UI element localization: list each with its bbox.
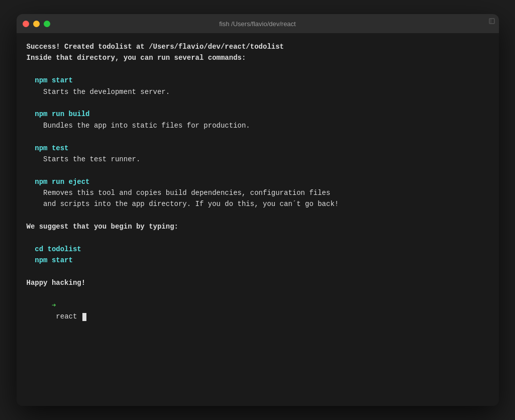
line-npm-eject-desc2: and scripts into the app directory. If y…	[27, 198, 489, 209]
line-blank6	[27, 233, 489, 244]
line-npm-build-cmd: npm run build	[27, 109, 489, 120]
line-npm-test-desc: Starts the test runner.	[27, 154, 489, 165]
line-blank4	[27, 165, 489, 176]
minimize-button[interactable]	[33, 21, 40, 27]
line-suggest: We suggest that you begin by typing:	[27, 221, 489, 232]
titlebar: fish /Users/flavio/dev/react	[17, 14, 499, 33]
line-blank3	[27, 131, 489, 142]
prompt-directory: react	[52, 312, 81, 321]
cursor	[82, 313, 86, 321]
line-npm-start-desc: Starts the development server.	[27, 86, 489, 97]
line-npm-eject-cmd: npm run eject	[27, 176, 489, 187]
line-blank1	[27, 64, 489, 75]
resize-icon	[489, 18, 495, 24]
traffic-lights	[23, 21, 50, 27]
line-start-cmd: npm start	[27, 255, 489, 266]
line-blank2	[27, 97, 489, 109]
window-title: fish /Users/flavio/dev/react	[219, 20, 295, 28]
close-button[interactable]	[23, 21, 29, 27]
line-npm-build-desc: Bundles the app into static files for pr…	[27, 120, 489, 131]
terminal-body[interactable]: Success! Created todolist at /Users/flav…	[17, 33, 499, 406]
maximize-button[interactable]	[44, 21, 50, 27]
prompt-line: ➜ react	[27, 289, 489, 334]
line-npm-eject-desc1: Removes this tool and copies build depen…	[27, 187, 489, 198]
line-npm-start-cmd: npm start	[27, 75, 489, 86]
svg-rect-0	[489, 19, 494, 24]
line-cd-cmd: cd todolist	[27, 244, 489, 255]
line-blank7	[27, 266, 489, 277]
line-npm-test-cmd: npm test	[27, 143, 489, 154]
line-happy: Happy hacking!	[27, 277, 489, 288]
line-inside: Inside that directory, you can run sever…	[27, 52, 489, 63]
terminal-window: fish /Users/flavio/dev/react Success! Cr…	[17, 14, 499, 406]
prompt-arrow: ➜	[52, 301, 56, 309]
line-success: Success! Created todolist at /Users/flav…	[27, 41, 489, 52]
line-blank5	[27, 210, 489, 221]
